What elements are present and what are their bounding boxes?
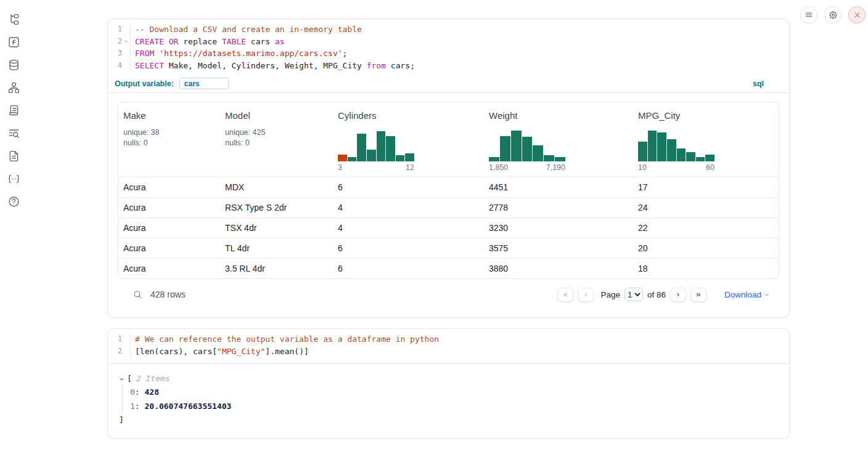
python-code-editor[interactable]: 1# We can reference the output variable … bbox=[108, 329, 789, 364]
histogram-bar[interactable] bbox=[348, 157, 357, 161]
histogram-bar[interactable] bbox=[489, 157, 499, 161]
helper-functions-icon[interactable] bbox=[7, 36, 20, 49]
next-page-button[interactable]: › bbox=[670, 288, 686, 302]
histogram-bars bbox=[638, 129, 714, 161]
sql-code-editor[interactable]: 1-- Download a CSV and create an in-memo… bbox=[108, 19, 789, 75]
scratchpad-icon[interactable] bbox=[7, 104, 20, 117]
table-cell: 17 bbox=[633, 182, 779, 192]
histogram-bar[interactable] bbox=[696, 157, 705, 161]
histogram-bar[interactable] bbox=[555, 157, 565, 161]
table-row: AcuraRSX Type S 2dr4277824 bbox=[118, 197, 779, 217]
histogram-bar[interactable] bbox=[544, 155, 554, 161]
code-line[interactable]: 1-- Download a CSV and create an in-memo… bbox=[108, 23, 789, 36]
tree-head: [ 2 Items bbox=[119, 372, 789, 386]
entry-value: 428 bbox=[144, 387, 158, 397]
code-line[interactable]: 2[len(cars), cars["MPG_City"].mean()] bbox=[108, 346, 789, 358]
histogram-labels: 1060 bbox=[638, 163, 714, 172]
histogram-bar[interactable] bbox=[511, 131, 522, 161]
histogram-bars bbox=[338, 129, 414, 161]
histogram-bar[interactable] bbox=[405, 153, 414, 161]
output-variable-bar: Output variable: sql bbox=[108, 75, 789, 93]
table-row: AcuraMDX6445117 bbox=[118, 177, 779, 197]
histogram-max-label: 60 bbox=[706, 163, 714, 172]
code-text[interactable]: # We can reference the output variable a… bbox=[131, 333, 439, 346]
histogram-bar[interactable] bbox=[533, 145, 543, 161]
sql-cell: 1-- Download a CSV and create an in-memo… bbox=[107, 18, 790, 318]
help-icon[interactable] bbox=[7, 195, 20, 208]
code-line[interactable]: 3FROM 'https://datasets.marimo.app/cars.… bbox=[108, 47, 789, 60]
histogram-bar[interactable] bbox=[686, 152, 695, 161]
download-button[interactable]: Download bbox=[724, 290, 769, 299]
code-text[interactable]: SELECT Make, Model, Cylinders, Weight, M… bbox=[131, 60, 415, 72]
histogram-bar[interactable] bbox=[357, 134, 366, 161]
settings-button[interactable] bbox=[824, 6, 841, 23]
menu-icon bbox=[805, 10, 813, 19]
histogram-bar[interactable] bbox=[705, 155, 714, 161]
histogram-min-label: 10 bbox=[638, 163, 647, 172]
output-variable-input[interactable] bbox=[179, 78, 229, 89]
column-name[interactable]: Make bbox=[123, 110, 215, 121]
table-cell: 2778 bbox=[484, 203, 633, 212]
histogram-bar[interactable] bbox=[500, 136, 510, 161]
open-bracket: [ bbox=[127, 372, 132, 386]
table-cell: RSX Type S 2dr bbox=[220, 203, 333, 212]
histogram-bar[interactable] bbox=[677, 148, 686, 161]
line-gutter: 2 bbox=[108, 36, 131, 48]
page-label: Page bbox=[600, 290, 620, 299]
code-text[interactable]: CREATE OR replace TABLE cars as bbox=[131, 36, 285, 48]
histogram-bar[interactable] bbox=[667, 139, 676, 161]
stat-line: nulls: 0 bbox=[123, 138, 215, 148]
first-page-button[interactable]: « bbox=[557, 288, 573, 302]
histogram-bar[interactable] bbox=[522, 137, 533, 161]
column-name[interactable]: Cylinders bbox=[338, 110, 479, 121]
table-cell: 20 bbox=[633, 243, 779, 253]
code-text[interactable]: -- Download a CSV and create an in-memor… bbox=[131, 23, 362, 36]
fold-spacer bbox=[122, 333, 129, 346]
table-row: Acura3.5 RL 4dr6388018 bbox=[118, 258, 779, 278]
histogram-bar[interactable] bbox=[657, 132, 666, 161]
collapse-chevron-icon[interactable] bbox=[119, 376, 125, 382]
histogram-bar[interactable] bbox=[396, 155, 405, 161]
column-name[interactable]: Model bbox=[225, 110, 328, 121]
menu-button[interactable] bbox=[800, 6, 817, 23]
histogram-bar[interactable] bbox=[648, 131, 657, 161]
last-page-button[interactable]: » bbox=[690, 288, 706, 302]
column-histogram: 1060 bbox=[638, 129, 714, 172]
code-line[interactable]: 2CREATE OR replace TABLE cars as bbox=[108, 36, 789, 48]
column-name[interactable]: Weight bbox=[489, 110, 628, 121]
snippets-icon[interactable] bbox=[7, 172, 20, 185]
dependency-graph-icon[interactable] bbox=[7, 81, 20, 94]
histogram-min-label: 1,850 bbox=[489, 163, 508, 172]
histogram-bar[interactable] bbox=[377, 131, 386, 161]
code-text[interactable]: [len(cars), cars["MPG_City"].mean()] bbox=[131, 346, 309, 358]
documentation-icon[interactable] bbox=[7, 150, 20, 163]
line-number: 2 bbox=[108, 346, 122, 358]
column-name[interactable]: MPG_City bbox=[638, 110, 774, 121]
page-total-label: of 86 bbox=[647, 290, 666, 299]
histogram-bar[interactable] bbox=[386, 136, 395, 161]
gear-icon bbox=[829, 10, 838, 20]
page-select[interactable]: 1 bbox=[624, 288, 643, 301]
fold-chevron-icon[interactable] bbox=[122, 36, 129, 48]
histogram-bar[interactable] bbox=[638, 142, 647, 161]
code-line[interactable]: 4SELECT Make, Model, Cylinders, Weight, … bbox=[108, 60, 789, 72]
prev-page-button[interactable]: ‹ bbox=[578, 288, 594, 302]
chevron-down-icon bbox=[764, 292, 769, 297]
logs-icon[interactable] bbox=[7, 127, 20, 140]
search-icon[interactable] bbox=[133, 289, 143, 300]
fold-spacer bbox=[122, 346, 129, 358]
code-line[interactable]: 1# We can reference the output variable … bbox=[108, 333, 789, 346]
entry-value: 20.060747663551403 bbox=[144, 402, 231, 411]
items-count-label: 2 Items bbox=[136, 372, 170, 386]
column-stats: unique: 425nulls: 0 bbox=[225, 127, 328, 148]
histogram-bar[interactable] bbox=[367, 150, 376, 161]
python-cell: 1# We can reference the output variable … bbox=[107, 328, 790, 439]
code-text[interactable]: FROM 'https://datasets.marimo.app/cars.c… bbox=[131, 47, 347, 60]
line-gutter: 4 bbox=[108, 60, 131, 72]
histogram-max-label: 12 bbox=[406, 163, 414, 172]
histogram-bar[interactable] bbox=[338, 155, 347, 161]
file-explorer-icon[interactable] bbox=[7, 13, 20, 26]
datasources-icon[interactable] bbox=[7, 59, 20, 71]
shutdown-button[interactable] bbox=[848, 6, 866, 23]
tree-entry: 0: 428 bbox=[130, 386, 789, 400]
